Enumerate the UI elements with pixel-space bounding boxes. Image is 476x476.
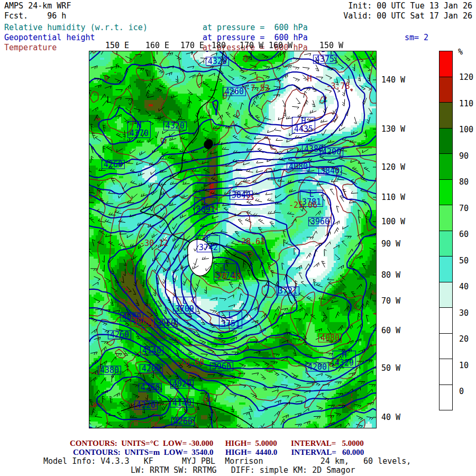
colorbar-tick-label: 90 — [459, 151, 469, 161]
axis-ticks — [117, 51, 376, 417]
field-label-rh: Relative humidity (w.r.t. ice) — [4, 23, 148, 33]
colorbar-segment — [439, 256, 453, 282]
map-line — [89, 51, 376, 428]
colorbar-segment — [439, 307, 453, 334]
colorbar-units: % — [458, 47, 463, 57]
colorbar-tick-label: 50 — [459, 256, 469, 266]
coastline — [208, 243, 292, 304]
colorbar-tick-label: 80 — [459, 177, 469, 187]
axis-label-right: 100 W — [381, 217, 405, 226]
axis-label-right: 90 W — [381, 239, 400, 249]
colorbar-tick-label: 30 — [459, 308, 469, 318]
map-panel: 4320437542604320H4370H443543804260384038… — [89, 51, 377, 428]
axis-label-right: 120 W — [381, 162, 405, 172]
smoothing-note: sm= 2 — [405, 33, 428, 43]
island — [204, 139, 213, 149]
axis-label-top: 160 E — [145, 41, 169, 50]
colorbar-segment — [439, 205, 453, 231]
field-label-temp: Temperature — [4, 43, 57, 53]
axis-label-right: 130 W — [381, 124, 405, 134]
axis-label-top: 180 — [212, 41, 226, 50]
contour-overlay — [89, 51, 376, 428]
colorbar: % 1201101009080706050403020100 — [439, 51, 453, 410]
colorbar-segment — [439, 153, 453, 180]
init-time: Init: 00 UTC Tue 13 Jan 26 — [348, 1, 472, 11]
colorbar-segment — [439, 385, 453, 411]
field-level-rh: at pressure = 600 hPa — [203, 23, 308, 33]
colorbar-tick-label: 70 — [459, 204, 469, 213]
model-title: AMPS 24-km WRF — [4, 1, 71, 11]
colorbar-segment — [439, 282, 453, 308]
height-contour-info: CONTOURS: UNITS=m LOW= 3540.0 HIGH= 4440… — [73, 448, 364, 457]
axis-label-top: 150 W — [319, 41, 343, 50]
colorbar-segment — [439, 77, 453, 103]
colorbar-tick-label: 60 — [459, 230, 469, 239]
axis-label-top: 160 W — [269, 41, 292, 50]
axis-label-right: 60 W — [381, 326, 400, 335]
axis-label-right: 70 W — [381, 296, 400, 306]
valid-time: Valid: 00 UTC Sat 17 Jan 26 — [343, 11, 472, 21]
colorbar-tick-label: 0 — [459, 387, 464, 396]
colorbar-tick-label: 120 — [459, 72, 473, 82]
axis-label-right: 80 W — [381, 270, 400, 280]
colorbar-tick-label: 10 — [459, 361, 469, 370]
colorbar-tick-label: 110 — [459, 99, 473, 108]
axis-label-right: 110 W — [381, 193, 405, 202]
colorbar-segment — [439, 51, 453, 77]
colorbar-segment — [439, 359, 453, 385]
axis-label-top: 170 E — [180, 41, 204, 50]
colorbar-segment — [439, 231, 453, 257]
axis-label-top: 170 W — [240, 41, 263, 50]
colorbar-segment — [439, 128, 453, 154]
physics-info: LW: RRTM SW: RRTMG DIFF: simple KM: 2D S… — [131, 465, 355, 475]
temp-contour-info: CONTOURS: UNITS=°C LOW= -30.000 HIGH= 5.… — [70, 439, 364, 448]
axis-label-top: 150 E — [105, 41, 129, 50]
axis-label-right: 140 W — [381, 75, 405, 85]
colorbar-segment — [439, 333, 453, 360]
axis-label-right: 50 W — [381, 363, 400, 373]
axis-label-right: 40 W — [381, 413, 400, 422]
colorbar-tick-label: 100 — [459, 125, 473, 134]
field-label-hgt: Geopotential height — [4, 33, 95, 43]
colorbar-tick-label: 40 — [459, 282, 469, 291]
coastline — [121, 401, 254, 428]
colorbar-tick-label: 20 — [459, 334, 469, 344]
model-info: Model Info: V4.3.3 KF MYJ PBL Morrison 2… — [43, 456, 411, 466]
colorbar-segment — [439, 179, 453, 206]
forecast-hour: Fcst. 96 h — [4, 11, 66, 21]
colorbar-segment — [439, 102, 453, 129]
